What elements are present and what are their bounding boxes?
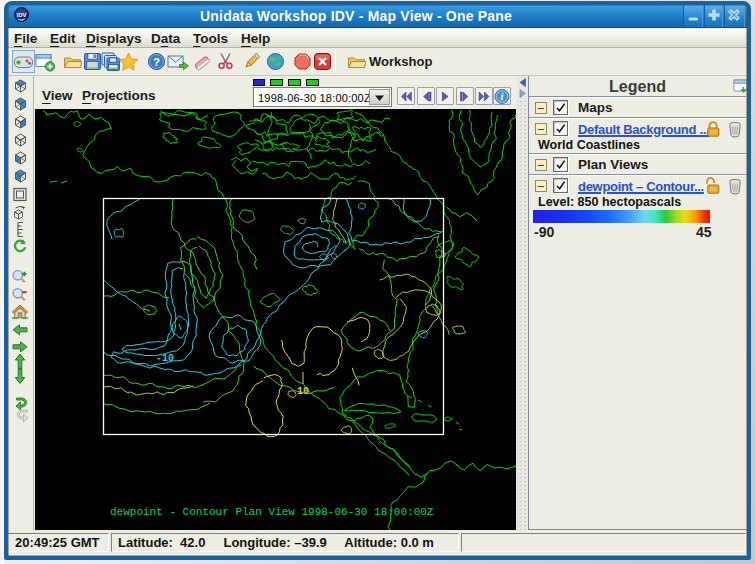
- svg-text:dewpoint - Contour Plan View 1: dewpoint - Contour Plan View 1998-06-30 …: [110, 506, 434, 518]
- svg-text:IDV: IDV: [16, 12, 26, 18]
- svg-text:-10: -10: [156, 353, 174, 364]
- svg-text:i: i: [501, 91, 504, 102]
- svg-text:10: 10: [297, 386, 309, 397]
- svg-text:?: ?: [153, 56, 160, 68]
